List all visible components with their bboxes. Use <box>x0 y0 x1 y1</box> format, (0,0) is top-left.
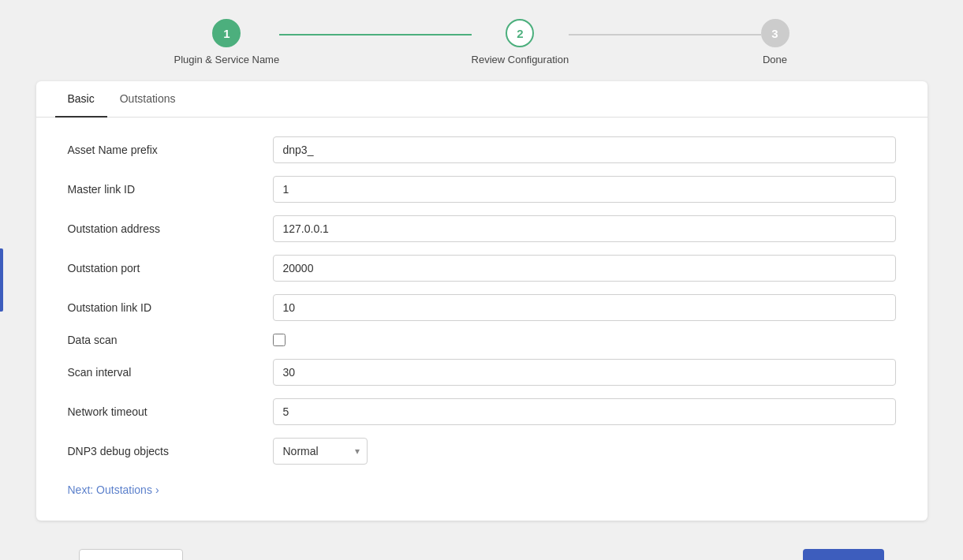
step-2-circle: 2 <box>506 19 534 47</box>
field-network-timeout: Network timeout <box>68 398 896 425</box>
input-network-timeout[interactable] <box>273 398 896 425</box>
label-data-scan: Data scan <box>68 334 273 346</box>
next-outstations-link[interactable]: Next: Outstations › <box>68 483 159 496</box>
input-outstation-link-id[interactable] <box>273 294 896 321</box>
label-master-link-id: Master link ID <box>68 183 273 196</box>
step-3-number: 3 <box>771 27 778 40</box>
step-3-circle: 3 <box>761 19 789 47</box>
input-master-link-id[interactable] <box>273 176 896 203</box>
field-outstation-address: Outstation address <box>68 215 896 242</box>
step-line-2 <box>569 34 760 35</box>
left-accent-bar <box>0 248 3 312</box>
select-dnp3-debug-objects[interactable]: Normal Debug Verbose <box>273 438 368 465</box>
field-scan-interval: Scan interval <box>68 359 896 386</box>
field-data-scan: Data scan <box>68 334 896 346</box>
step-2-label: Review Configuration <box>472 54 569 65</box>
step-line-1 <box>279 34 471 35</box>
step-1: 1 Plugin & Service Name <box>174 19 280 65</box>
input-outstation-address[interactable] <box>273 215 896 242</box>
step-2-number: 2 <box>517 27 523 40</box>
next-button[interactable]: Next <box>803 549 884 560</box>
label-outstation-port: Outstation port <box>68 262 273 274</box>
checkbox-data-scan[interactable] <box>273 334 286 346</box>
field-asset-name-prefix: Asset Name prefix <box>68 136 896 163</box>
input-asset-name-prefix[interactable] <box>273 136 896 163</box>
select-wrapper-dnp3: Normal Debug Verbose ▾ <box>273 438 368 465</box>
previous-button[interactable]: Previous <box>79 549 183 560</box>
step-1-number: 1 <box>223 27 230 40</box>
field-master-link-id: Master link ID <box>68 176 896 203</box>
label-dnp3-debug-objects: DNP3 debug objects <box>68 445 273 457</box>
label-network-timeout: Network timeout <box>68 405 273 418</box>
label-outstation-address: Outstation address <box>68 222 273 235</box>
step-3-label: Done <box>763 54 787 65</box>
field-outstation-port: Outstation port <box>68 255 896 282</box>
form-body: Asset Name prefix Master link ID Outstat… <box>36 118 928 521</box>
label-asset-name-prefix: Asset Name prefix <box>68 144 273 156</box>
main-card: Basic Outstations Asset Name prefix Mast… <box>36 81 928 521</box>
next-link-label: Next: Outstations <box>68 483 152 496</box>
label-scan-interval: Scan interval <box>68 366 273 379</box>
step-3: 3 Done <box>761 19 789 65</box>
input-scan-interval[interactable] <box>273 359 896 386</box>
stepper: 1 Plugin & Service Name 2 Review Configu… <box>0 0 963 81</box>
input-outstation-port[interactable] <box>273 255 896 282</box>
bottom-nav: Previous Next <box>0 536 963 560</box>
tab-bar: Basic Outstations <box>36 81 928 118</box>
step-2: 2 Review Configuration <box>472 19 569 65</box>
tab-basic[interactable]: Basic <box>55 81 107 118</box>
label-outstation-link-id: Outstation link ID <box>68 301 273 314</box>
tab-outstations[interactable]: Outstations <box>107 81 188 118</box>
field-dnp3-debug-objects: DNP3 debug objects Normal Debug Verbose … <box>68 438 896 465</box>
step-1-circle: 1 <box>212 19 241 47</box>
step-1-label: Plugin & Service Name <box>174 54 280 65</box>
next-link-arrow: › <box>155 483 159 496</box>
field-outstation-link-id: Outstation link ID <box>68 294 896 321</box>
